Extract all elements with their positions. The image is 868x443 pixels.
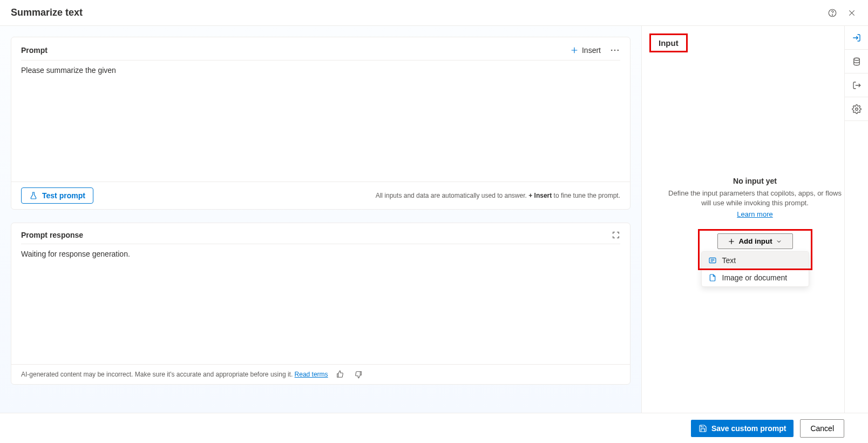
svg-point-6 (853, 58, 859, 61)
right-rail (844, 26, 868, 413)
main-area: Prompt Insert Please summarize the given… (0, 26, 868, 413)
help-icon[interactable] (827, 8, 838, 18)
empty-title: No input yet (663, 177, 846, 185)
disclaimer-text: AI-generated content may be incorrect. M… (21, 371, 295, 378)
save-icon (699, 424, 707, 433)
bottom-bar: Save custom prompt Cancel (0, 413, 868, 443)
left-column: Prompt Insert Please summarize the given… (0, 26, 641, 413)
cancel-button[interactable]: Cancel (800, 419, 844, 438)
add-input-dropdown: Text Image or document (701, 251, 809, 287)
expand-icon[interactable] (612, 231, 620, 239)
test-prompt-button[interactable]: Test prompt (21, 187, 93, 204)
feedback-icons (336, 370, 363, 379)
text-icon (708, 256, 717, 265)
page-title: Summarize text (11, 7, 83, 18)
header-bar: Summarize text (0, 0, 868, 26)
prompt-card-header: Prompt Insert (21, 37, 620, 61)
prompt-body[interactable]: Please summarize the given (11, 61, 630, 182)
response-disclaimer: AI-generated content may be incorrect. M… (21, 371, 328, 378)
learn-more-link[interactable]: Learn more (663, 210, 846, 218)
flask-icon (29, 191, 38, 200)
response-body: Waiting for response generation. (11, 244, 630, 364)
rail-settings-icon[interactable] (845, 97, 868, 121)
response-card: Prompt response Waiting for response gen… (11, 223, 630, 385)
hint-suffix: to fine tune the prompt. (554, 192, 620, 199)
response-card-header: Prompt response (21, 223, 620, 244)
save-label: Save custom prompt (711, 424, 786, 433)
insert-label: Insert (582, 46, 601, 55)
input-empty-state: No input yet Define the input parameters… (642, 177, 868, 218)
empty-description: Define the input parameters that copilot… (663, 189, 846, 208)
hint-prefix: All inputs and data are automatically us… (376, 192, 529, 199)
response-footer: AI-generated content may be incorrect. M… (11, 364, 630, 384)
response-title: Prompt response (21, 231, 83, 239)
rail-input-icon[interactable] (845, 26, 868, 50)
close-icon[interactable] (846, 8, 857, 18)
add-input-button[interactable]: Add input (717, 233, 793, 249)
add-input-label: Add input (738, 237, 772, 245)
header-actions (827, 8, 857, 18)
svg-point-3 (614, 50, 616, 51)
thumbs-down-icon[interactable] (354, 370, 363, 379)
more-button[interactable] (609, 45, 620, 56)
dropdown-image-label: Image or document (722, 273, 788, 282)
add-input-group: Add input Text Image or document (701, 233, 809, 287)
plus-icon (728, 238, 735, 245)
svg-point-7 (855, 108, 858, 110)
svg-point-4 (618, 50, 619, 51)
prompt-title: Prompt (21, 46, 48, 55)
read-terms-link[interactable]: Read terms (295, 371, 328, 378)
test-prompt-label: Test prompt (42, 191, 85, 200)
document-icon (708, 273, 717, 282)
svg-point-2 (611, 50, 613, 51)
thumbs-up-icon[interactable] (336, 370, 344, 379)
plus-icon (570, 46, 579, 55)
prompt-footer: Test prompt All inputs and data are auto… (11, 182, 630, 209)
prompt-hint: All inputs and data are automatically us… (376, 192, 620, 199)
dropdown-text-label: Text (722, 256, 736, 265)
rail-output-icon[interactable] (845, 73, 868, 97)
dropdown-item-text[interactable]: Text (702, 252, 809, 269)
prompt-card: Prompt Insert Please summarize the given… (11, 37, 630, 210)
rail-data-icon[interactable] (845, 50, 868, 73)
insert-button[interactable]: Insert (570, 46, 601, 55)
save-button[interactable]: Save custom prompt (691, 420, 794, 437)
input-tab[interactable]: Input (649, 33, 688, 52)
svg-point-1 (832, 15, 832, 15)
input-panel: Input No input yet Define the input para… (641, 26, 868, 413)
more-horizontal-icon (609, 45, 620, 56)
prompt-header-actions: Insert (570, 45, 620, 56)
dropdown-item-image[interactable]: Image or document (702, 269, 809, 286)
chevron-down-icon (776, 238, 782, 245)
hint-plus: + (528, 192, 532, 199)
hint-insert: Insert (534, 192, 552, 199)
